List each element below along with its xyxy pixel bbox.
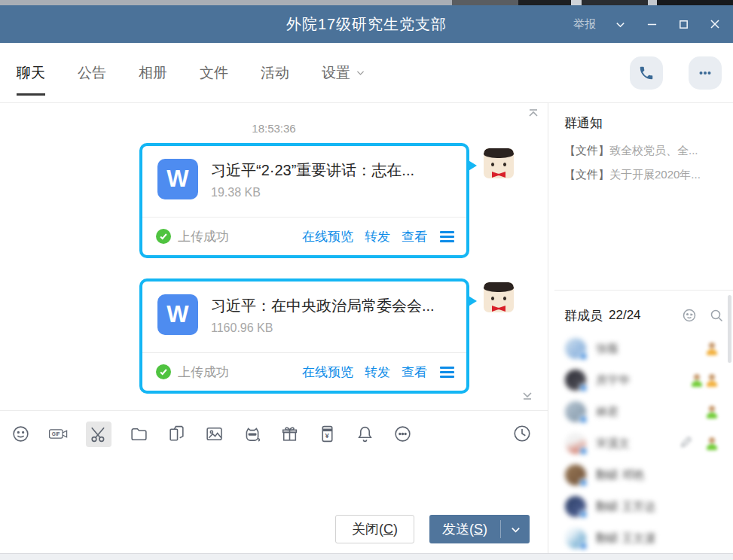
member-row[interactable]: 翻硕 王文潇 [548,522,733,553]
notice-item[interactable]: 【文件】致全校党员、全... [564,144,722,158]
file-footer: 上传成功 在线预览 转发 查看 [142,217,466,255]
group-notice-title: 群通知 [564,114,722,132]
member-avatar [565,464,586,485]
red-packet-button[interactable]: ¥ [317,424,337,444]
tab-chat[interactable]: 聊天 [17,43,45,102]
tab-actions [630,43,722,102]
member-row[interactable]: 房宇华 [548,364,733,396]
forward-link[interactable]: 转发 [365,228,390,245]
title-bar: 外院17级研究生党支部 举报 [0,5,733,43]
member-avatar [565,528,586,549]
maximize-button[interactable] [676,17,691,32]
phone-icon [638,65,655,81]
emoji-button[interactable] [11,424,31,444]
meme-cat-button[interactable] [242,424,262,444]
background-segment [582,0,648,5]
gift-button[interactable] [279,424,300,444]
send-button[interactable]: 发送(S) [429,515,530,543]
window-controls: 举报 [573,5,722,43]
preview-online-link[interactable]: 在线预览 [302,364,353,381]
call-button[interactable] [630,56,663,90]
member-badges [706,333,718,364]
member-row[interactable]: 翻硕 邓艳 [548,459,733,491]
send-label: 发送(S) [429,520,500,538]
member-list-scrollbar[interactable] [728,295,731,363]
collapse-panel-down-icon[interactable] [521,389,534,406]
tab-settings[interactable]: 设置 [322,43,365,102]
bubble-tail [467,160,477,172]
member-level-icon [706,374,718,387]
member-level-icon [706,406,718,418]
invite-member-icon[interactable] [682,308,697,323]
svg-text:GIF: GIF [52,431,60,437]
background-segment [648,0,657,5]
success-check-icon [156,229,171,244]
preview-online-link[interactable]: 在线预览 [302,228,353,245]
file-message: W 习近平：在中央政治局常委会会... 1160.96 KB [139,278,469,394]
background-segment [571,0,582,5]
more-tools-button[interactable] [392,424,413,444]
view-link[interactable]: 查看 [402,228,427,245]
tab-album[interactable]: 相册 [139,43,167,102]
file-size: 19.38 KB [211,186,414,199]
file-bubble[interactable]: W 习近平“2·23”重要讲话：志在... 19.38 KB [139,143,469,258]
screenshot-scissors-button[interactable] [86,422,111,447]
settings-chevron-down-icon [356,68,365,78]
titlebar-chevron-down-icon[interactable] [612,17,628,32]
tab-activities[interactable]: 活动 [261,43,289,102]
background-segment [452,0,518,5]
avatar-eye [491,297,494,300]
member-list[interactable]: 张薇 房宇华 林君 [548,333,733,553]
send-file-button[interactable] [129,424,149,444]
sender-avatar[interactable] [484,148,514,178]
group-notice-section: 群通知 【文件】致全校党员、全... 【文件】关于开展2020年... [548,103,733,192]
ellipsis-icon [697,65,713,81]
collected-files-button[interactable] [166,424,187,444]
background-window-strip [0,0,733,5]
minimize-button[interactable] [644,17,659,32]
group-side-panel: 群通知 【文件】致全校党员、全... 【文件】关于开展2020年... 群成员 … [548,103,733,553]
forward-link[interactable]: 转发 [365,364,390,381]
file-name: 习近平“2·23”重要讲话：志在... [211,159,414,181]
more-menu-button[interactable] [689,56,722,90]
search-member-icon[interactable] [709,308,724,323]
members-count: 22/24 [609,308,641,323]
report-button[interactable]: 举报 [573,17,596,32]
collapse-panel-up-icon[interactable] [527,106,540,123]
member-level-icon [706,342,718,355]
file-bubble[interactable]: W 习近平：在中央政治局常委会会... 1160.96 KB [139,278,469,394]
message-input[interactable] [0,457,548,504]
message-history-button[interactable] [512,424,533,444]
member-badges [691,364,718,396]
close-button[interactable] [707,17,722,32]
close-chat-button[interactable]: 关闭(C) [335,515,414,543]
image-button[interactable] [204,424,224,444]
member-row[interactable]: 宋溪文 [548,428,733,459]
main-content: 18:53:36 W 习近平“2·23”重要讲话：志在... 19.38 KB [0,103,733,553]
sender-avatar[interactable] [484,282,514,312]
notification-bell-button[interactable] [355,424,375,444]
gif-hotpic-button[interactable]: GIF [48,424,69,444]
file-texts: 习近平“2·23”重要讲话：志在... 19.38 KB [211,159,414,199]
members-header-actions [682,308,724,323]
member-row[interactable]: 翻硕 王芳达 [548,491,733,522]
member-row[interactable]: 林君 [548,396,733,428]
avatar-eye [503,297,506,300]
file-actions: 在线预览 转发 查看 [302,228,454,245]
avatar-eye [503,163,506,166]
notice-item[interactable]: 【文件】关于开展2020年... [564,168,722,182]
file-menu-icon[interactable] [438,231,454,242]
tab-files[interactable]: 文件 [200,43,228,102]
file-menu-icon[interactable] [438,367,454,378]
file-texts: 习近平：在中央政治局常委会会... 1160.96 KB [211,294,435,335]
chat-history[interactable]: 18:53:36 W 习近平“2·23”重要讲话：志在... 19.38 KB [0,103,548,410]
view-link[interactable]: 查看 [402,364,427,381]
file-actions: 在线预览 转发 查看 [302,364,454,381]
file-footer: 上传成功 在线预览 转发 查看 [142,352,466,391]
send-options-chevron-icon[interactable] [501,524,530,535]
tabs: 聊天 公告 相册 文件 活动 设置 [17,43,365,102]
member-row[interactable]: 张薇 [548,333,733,364]
panel-divider [554,290,733,291]
tab-announcements[interactable]: 公告 [78,43,106,102]
bubble-tail [467,295,477,307]
